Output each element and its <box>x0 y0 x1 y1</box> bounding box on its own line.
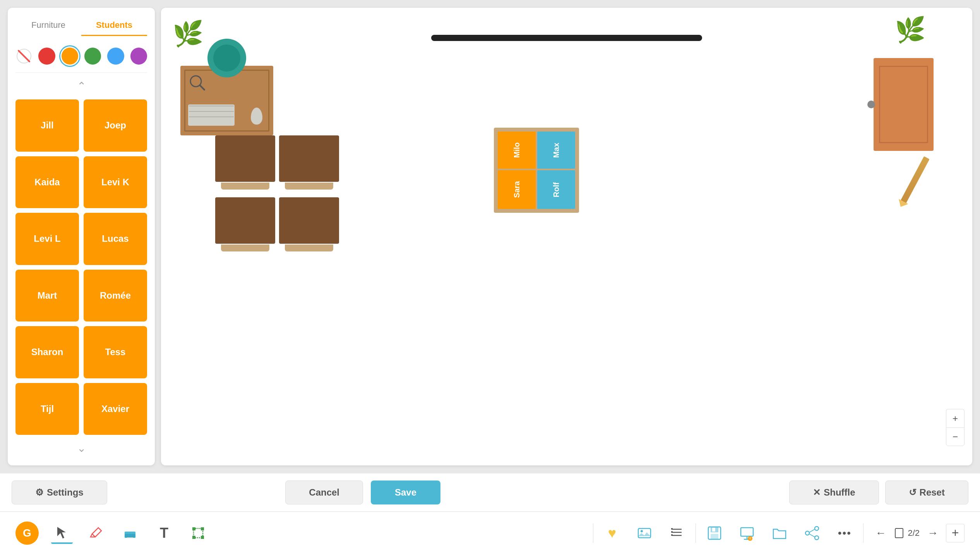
tab-students[interactable]: Students <box>81 15 147 36</box>
settings-icon: ⚙ <box>35 487 44 498</box>
reset-icon: ↺ <box>909 487 917 498</box>
more-button[interactable]: ••• <box>834 522 855 544</box>
next-page-button[interactable]: → <box>923 524 942 542</box>
color-palette <box>15 44 147 73</box>
tab-furniture[interactable]: Furniture <box>15 15 81 36</box>
svg-rect-12 <box>201 536 204 539</box>
svg-rect-6 <box>125 534 135 538</box>
teacher-desk-area[interactable] <box>180 43 273 135</box>
student-mart[interactable]: Mart <box>15 270 79 322</box>
desk-student-milo: Milo <box>512 142 521 158</box>
student-lucas[interactable]: Lucas <box>84 213 147 265</box>
pencil-tool[interactable] <box>85 522 107 544</box>
tab-bar: Furniture Students <box>15 15 147 36</box>
left-panel: Furniture Students ⌃ <box>8 8 155 465</box>
cancel-button[interactable]: Cancel <box>285 480 363 504</box>
color-blue[interactable] <box>107 48 124 65</box>
svg-rect-13 <box>638 528 651 538</box>
transform-tool[interactable] <box>187 522 209 544</box>
student-tess[interactable]: Tess <box>84 326 147 378</box>
svg-rect-11 <box>192 536 195 539</box>
svg-point-32 <box>815 536 819 540</box>
color-red[interactable] <box>38 48 55 65</box>
plant-right: 🌿 <box>895 15 926 44</box>
divider-3 <box>863 523 863 543</box>
add-page-button[interactable]: + <box>946 524 965 542</box>
page-icon <box>894 528 905 539</box>
folder-button[interactable] <box>769 522 790 544</box>
classroom-canvas[interactable]: 🌿 🌿 <box>161 8 972 465</box>
prev-page-button[interactable]: ← <box>871 524 890 542</box>
svg-line-3 <box>200 85 204 90</box>
svg-line-34 <box>809 534 815 537</box>
heart-tool[interactable]: ♥ <box>601 522 623 544</box>
save-file-button[interactable] <box>704 522 725 544</box>
divider-2 <box>696 523 696 543</box>
app-logo[interactable]: G <box>15 522 39 545</box>
desk-student-max: Max <box>552 143 561 158</box>
zoom-out-button[interactable]: − <box>946 427 965 446</box>
shuffle-icon: ✕ <box>813 487 821 498</box>
group-desk[interactable]: Milo Max Sara Rolf <box>494 128 579 213</box>
svg-point-31 <box>815 527 819 530</box>
student-levil[interactable]: Levi L <box>15 213 79 265</box>
color-eraser[interactable] <box>15 48 32 65</box>
scroll-up-arrow[interactable]: ⌃ <box>15 77 147 96</box>
svg-point-33 <box>805 531 809 535</box>
zoom-controls: + − <box>946 409 965 446</box>
reset-button[interactable]: ↺ Reset <box>885 480 968 504</box>
svg-rect-24 <box>712 528 715 532</box>
text-tool[interactable]: T <box>153 522 175 544</box>
student-romee[interactable]: Romée <box>84 270 147 322</box>
settings-button[interactable]: ⚙ Settings <box>12 480 107 504</box>
shuffle-button[interactable]: ✕ Shuffle <box>789 480 879 504</box>
image-tool[interactable] <box>634 522 655 544</box>
door <box>874 58 934 151</box>
student-kaida[interactable]: Kaida <box>15 156 79 209</box>
pencil <box>900 156 929 203</box>
svg-point-14 <box>641 530 643 532</box>
presentation-button[interactable] <box>736 522 758 544</box>
student-joep[interactable]: Joep <box>84 99 147 152</box>
share-button[interactable] <box>801 522 823 544</box>
svg-point-30 <box>750 539 750 539</box>
svg-rect-36 <box>895 528 903 538</box>
svg-rect-19 <box>671 531 673 533</box>
svg-rect-25 <box>741 528 753 536</box>
select-tool[interactable] <box>51 522 73 544</box>
student-levik[interactable]: Levi K <box>84 156 147 209</box>
desk-student-sara: Sara <box>512 181 521 198</box>
student-tijl[interactable]: Tijl <box>15 383 79 435</box>
svg-rect-23 <box>711 534 718 539</box>
color-purple[interactable] <box>130 48 147 65</box>
scroll-down-arrow[interactable]: ⌄ <box>15 439 147 458</box>
page-indicator: 2/2 <box>908 528 920 538</box>
svg-line-35 <box>809 529 815 532</box>
action-bar: ⚙ Settings Cancel Save ✕ Shuffle ↺ Reset <box>0 473 980 511</box>
student-jill[interactable]: Jill <box>15 99 79 152</box>
zoom-in-button[interactable]: + <box>946 409 965 427</box>
divider-1 <box>593 523 593 543</box>
color-orange[interactable] <box>62 48 78 65</box>
desk-row-1[interactable] <box>215 135 339 182</box>
tool-bar: G T ♥ <box>0 511 980 554</box>
student-sharon[interactable]: Sharon <box>15 326 79 378</box>
list-tool[interactable] <box>666 522 688 544</box>
svg-rect-20 <box>671 534 673 536</box>
student-xavier[interactable]: Xavier <box>84 383 147 435</box>
desk-student-rolf: Rolf <box>552 182 561 197</box>
svg-rect-9 <box>192 527 195 530</box>
save-button[interactable]: Save <box>371 480 440 504</box>
svg-rect-10 <box>201 527 204 530</box>
eraser-tool[interactable] <box>119 522 141 544</box>
blackboard <box>431 35 702 41</box>
student-grid: Jill Joep Kaida Levi K Levi L Lucas Mart… <box>15 96 147 439</box>
desk-row-2[interactable] <box>215 197 339 244</box>
svg-rect-18 <box>671 528 673 530</box>
color-green[interactable] <box>84 48 101 65</box>
